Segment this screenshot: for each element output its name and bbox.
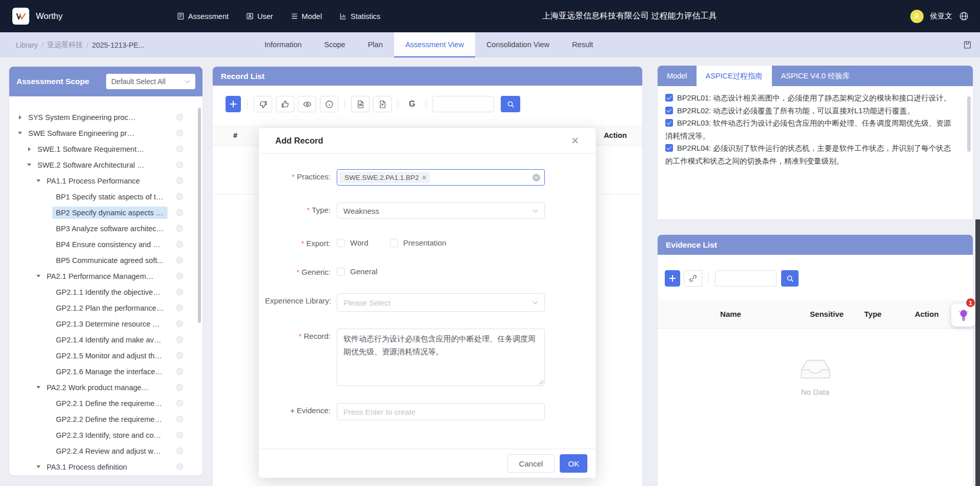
tree-item-radio[interactable]: [176, 448, 183, 454]
save-page-icon[interactable]: [963, 40, 972, 49]
tree-expand-icon[interactable]: [34, 386, 43, 389]
tree-item-radio[interactable]: [176, 400, 183, 407]
tree-item[interactable]: PA3.1 Process definition: [9, 459, 202, 475]
tree-item[interactable]: SWE.2 Software Architectural Design: [9, 157, 202, 173]
tree-item[interactable]: BP2 Specify dynamic aspects of...: [9, 205, 202, 220]
nav-item-statistics[interactable]: Statistics: [339, 12, 380, 21]
tab-information[interactable]: Information: [253, 32, 313, 57]
tree-item[interactable]: PA2.1 Performance Management: [9, 268, 202, 284]
tree-item[interactable]: GP2.2.3 Identify, store and cont...: [9, 427, 202, 443]
tree-item-radio[interactable]: [176, 193, 183, 200]
guide-tab-aspice-v4-0-经验库[interactable]: ASPICE V4.0 经验库: [772, 66, 860, 86]
tree-item-radio[interactable]: [176, 209, 183, 216]
evidence-plus-button[interactable]: [665, 270, 680, 287]
breadcrumb-item[interactable]: 亚远景科技: [47, 40, 83, 50]
tree-item-radio[interactable]: [176, 177, 183, 184]
tree-item[interactable]: GP2.1.4 Identify and make avail...: [9, 332, 202, 348]
nav-item-model[interactable]: Model: [291, 12, 322, 21]
record-info-button[interactable]: [320, 96, 338, 112]
record-search-button[interactable]: [501, 96, 520, 112]
tree-item[interactable]: PA1.1 Process Performance: [9, 173, 202, 189]
ok-button[interactable]: OK: [560, 454, 587, 473]
evidence-input[interactable]: [337, 403, 545, 420]
tree-item[interactable]: SWE Software Engineering process group: [9, 125, 202, 141]
tree-item[interactable]: SWE.1 Software Requirements Analysis: [9, 141, 202, 157]
window-scrollbar[interactable]: [975, 219, 980, 486]
record-plus-button[interactable]: [226, 96, 241, 112]
worthy-logo-icon[interactable]: [12, 8, 29, 25]
record-thumbs-down-button[interactable]: [254, 96, 272, 112]
nav-item-user[interactable]: User: [246, 12, 273, 21]
tree-item-radio[interactable]: [176, 352, 183, 359]
tree-item[interactable]: GP2.2.1 Define the requirement...: [9, 395, 202, 411]
tree-item-radio[interactable]: [176, 161, 183, 168]
record-search-input[interactable]: [433, 96, 494, 112]
scope-scrollbar-thumb[interactable]: [198, 108, 201, 323]
tree-item[interactable]: PA2.2 Work product management: [9, 379, 202, 395]
checked-checkbox-icon[interactable]: [665, 107, 673, 114]
breadcrumb-item[interactable]: Library: [16, 41, 38, 49]
tab-assessment-view[interactable]: Assessment View: [394, 32, 475, 57]
practices-input[interactable]: SWE.SWE.2.PA1.1.BP2 ✕ ✕: [337, 169, 545, 186]
generic-general-checkbox[interactable]: [337, 268, 345, 276]
tree-item[interactable]: GP2.1.6 Manage the interfaces ...: [9, 363, 202, 379]
checked-checkbox-icon[interactable]: [665, 144, 673, 152]
cancel-button[interactable]: Cancel: [507, 454, 555, 473]
export-word-checkbox[interactable]: [337, 239, 345, 247]
tree-collapse-icon[interactable]: [15, 115, 25, 119]
tree-item[interactable]: GP2.1.1 Identify the objectives ...: [9, 284, 202, 300]
tree-expand-icon[interactable]: [34, 465, 43, 468]
tree-item-radio[interactable]: [176, 130, 183, 136]
tree-item-radio[interactable]: [176, 241, 183, 248]
generic-general-label[interactable]: General: [350, 267, 377, 276]
tab-scope[interactable]: Scope: [313, 32, 357, 57]
tree-item[interactable]: GP2.1.3 Determine resource ne...: [9, 316, 202, 332]
tree-item-radio[interactable]: [176, 368, 183, 375]
evidence-search-input[interactable]: [715, 270, 777, 287]
close-icon[interactable]: ✕: [571, 136, 579, 146]
tree-item-radio[interactable]: [176, 225, 183, 232]
tree-item[interactable]: SYS System Engineering process group: [9, 109, 202, 125]
tree-item-radio[interactable]: [176, 273, 183, 279]
tree-item[interactable]: GP2.2.2 Define the requirement...: [9, 411, 202, 427]
tree-collapse-icon[interactable]: [25, 147, 34, 151]
evidence-search-button[interactable]: [781, 270, 799, 287]
assistant-fab[interactable]: [951, 303, 975, 327]
avatar[interactable]: [910, 10, 924, 23]
export-word-label[interactable]: Word: [350, 238, 369, 247]
tree-item[interactable]: BP5 Communicate agreed soft...: [9, 252, 202, 268]
tree-item-radio[interactable]: [176, 463, 183, 470]
nav-item-assessment[interactable]: Assessment: [177, 12, 229, 21]
tree-expand-icon[interactable]: [34, 275, 43, 277]
type-select[interactable]: Weakness: [337, 202, 545, 219]
tree-item-radio[interactable]: [176, 384, 183, 391]
record-ppt-doc-button[interactable]: P: [373, 96, 392, 112]
tree-item-radio[interactable]: [176, 416, 183, 422]
globe-icon[interactable]: [959, 11, 969, 21]
tree-item[interactable]: BP3 Analyze software architect...: [9, 220, 202, 236]
export-presentation-checkbox[interactable]: [390, 239, 398, 247]
tree-expand-icon[interactable]: [34, 179, 43, 182]
tree-item-radio[interactable]: [176, 257, 183, 264]
clear-input-icon[interactable]: ✕: [533, 174, 540, 181]
tree-item-radio[interactable]: [176, 336, 183, 343]
tab-consolidation-view[interactable]: Consolidation View: [475, 32, 561, 57]
tree-item[interactable]: GP2.2.4 Review and adjust work...: [9, 443, 202, 459]
scope-select-dropdown[interactable]: Default Select All: [106, 74, 195, 89]
breadcrumb-item[interactable]: 2025-1213-PE...: [92, 41, 145, 49]
tree-item[interactable]: BP1 Specify static aspects of th...: [9, 189, 202, 205]
export-presentation-label[interactable]: Presentation: [403, 238, 446, 247]
tag-close-icon[interactable]: ✕: [421, 174, 427, 181]
record-textarea[interactable]: 软件动态行为设计必须包含应用的中断处理、任务调度周期优先级、资源消耗情况等。: [337, 329, 545, 386]
checked-checkbox-icon[interactable]: [665, 119, 673, 127]
tab-plan[interactable]: Plan: [357, 32, 394, 57]
record-word-doc-button[interactable]: W: [351, 96, 370, 112]
record-eye-button[interactable]: [298, 96, 316, 112]
tab-result[interactable]: Result: [561, 32, 604, 57]
tree-item[interactable]: BP4 Ensure consistency and est...: [9, 236, 202, 252]
record-thumbs-up-button[interactable]: [276, 96, 294, 112]
checked-checkbox-icon[interactable]: [665, 94, 673, 102]
tree-expand-icon[interactable]: [25, 164, 34, 166]
tree-item-radio[interactable]: [176, 432, 183, 438]
experience-library-select[interactable]: Please Select: [337, 293, 545, 312]
